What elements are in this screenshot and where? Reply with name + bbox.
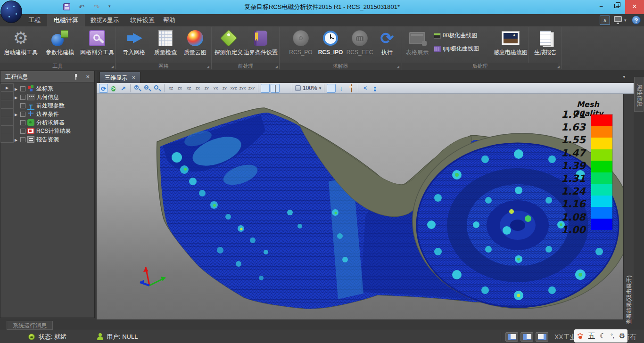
checkbox[interactable] <box>20 112 25 117</box>
ime-settings-gear-icon[interactable]: ⚙ <box>619 329 625 343</box>
undo-icon[interactable]: ↶ <box>76 2 87 12</box>
view-preset-button[interactable]: ZY <box>220 84 229 93</box>
checkbox[interactable] <box>20 137 25 142</box>
display-caret-icon[interactable]: ▾ <box>624 18 627 23</box>
tree-item-geometry-info[interactable]: ▶几何信息 <box>15 93 94 101</box>
view-preset-button[interactable]: XYZ <box>229 84 238 93</box>
view-preset-button[interactable]: YX <box>211 84 220 93</box>
close-button[interactable]: × <box>625 0 644 14</box>
layout-left-button[interactable] <box>505 332 518 342</box>
generate-report-button[interactable]: 生成报告 <box>532 28 559 62</box>
minimize-button[interactable]: − <box>593 0 609 13</box>
ime-moon-icon[interactable]: ☾ <box>600 329 606 343</box>
drop-view-button[interactable]: ↓ <box>337 84 346 93</box>
points-display-button[interactable] <box>281 84 289 93</box>
share-button[interactable]: < <box>361 84 370 93</box>
tree-item-analysis-solver[interactable]: 分析求解器 <box>15 118 94 127</box>
gutter-expander[interactable]: ▶ <box>0 83 14 92</box>
zoom-in-button[interactable]: + <box>133 84 142 93</box>
chevron-down-icon[interactable]: ▾ <box>319 86 322 90</box>
rotate-view-button[interactable]: ⟳ <box>99 84 108 93</box>
results-collapsed-strip[interactable]: 查看结果(双击展开) <box>623 94 634 319</box>
help-button[interactable]: ? <box>632 16 641 24</box>
import-mesh-button[interactable]: 导入网格 <box>118 28 149 62</box>
ime-mode-indicator[interactable]: 五 <box>588 329 595 343</box>
display-icon[interactable] <box>614 16 622 22</box>
dialog-launcher-icon[interactable]: ◢ <box>275 65 278 68</box>
view-preset-button[interactable]: ZXY <box>247 84 256 93</box>
tab-project[interactable]: 工程 <box>22 14 47 26</box>
launch-modeling-tool-button[interactable]: ⚙ 启动建模工具 <box>2 28 40 62</box>
rcs-po-button[interactable]: RCS_PO <box>288 28 314 62</box>
boundary-condition-button[interactable]: 边界条件设置 <box>242 28 279 62</box>
zoom-window-button[interactable]: ▫ <box>153 84 162 93</box>
table-display-button[interactable]: 表格展示 <box>404 28 431 62</box>
view-preset-button[interactable]: XZ <box>166 84 175 93</box>
view-preset-button[interactable]: XZ <box>184 84 193 93</box>
save-icon[interactable] <box>63 3 70 10</box>
zoom-level-control[interactable]: 100% ▾ <box>295 85 321 91</box>
close-view-button[interactable]: × <box>371 84 380 93</box>
tree-item-rcs-results[interactable]: RCS计算结果 <box>15 127 94 135</box>
viewport-3d[interactable] <box>97 94 623 319</box>
induced-current-map-button[interactable]: 感应电磁流图 <box>492 28 529 62</box>
clip-plane-button[interactable] <box>327 84 336 93</box>
quality-cloudmap-button[interactable]: 质量云图 <box>181 28 209 62</box>
expand-icon[interactable]: ▶ <box>15 136 20 145</box>
tab-close-icon[interactable]: × <box>132 74 135 81</box>
refresh-view-button[interactable]: ⟳ <box>109 84 118 93</box>
psi-polar-curve-button[interactable]: ψψ极化曲线图 <box>434 43 490 54</box>
view-preset-button[interactable]: ZX <box>193 84 202 93</box>
ime-toolbar[interactable]: 五 ☾ °, ⚙ <box>574 329 627 343</box>
ribbon-collapse-button[interactable]: ∧ <box>600 16 610 25</box>
theta-polar-curve-button[interactable]: θθ极化曲线图 <box>434 30 490 41</box>
tab-em-compute[interactable]: 电磁计算 <box>47 14 85 26</box>
checkbox[interactable] <box>20 86 25 91</box>
view-preset-button[interactable]: ZYX <box>238 84 247 93</box>
tab-overflow-icon[interactable]: ▾ <box>623 74 625 79</box>
tab-data-display[interactable]: 数据&显示 <box>84 14 126 26</box>
panel-close-icon[interactable]: × <box>86 71 90 82</box>
ime-punctuation-icon[interactable]: °, <box>611 329 614 343</box>
window-capture-button[interactable] <box>347 84 355 93</box>
rcs-ipo-button[interactable]: RCS_IPO <box>317 28 344 62</box>
tab-3d-display[interactable]: 三维显示× <box>99 72 140 83</box>
rcs-eec-button[interactable]: RCS_EEC <box>346 28 373 62</box>
mesh-partition-tool-button[interactable]: 网格剖分工具 <box>79 28 115 62</box>
pin-icon[interactable] <box>74 74 78 80</box>
checkbox[interactable] <box>20 103 25 108</box>
dialog-launcher-icon[interactable]: ◢ <box>557 65 560 68</box>
checkbox[interactable] <box>20 129 25 134</box>
tree-item-report-resources[interactable]: ▶报告资源 <box>15 135 94 144</box>
app-logo[interactable] <box>0 0 22 23</box>
dialog-launcher-icon[interactable]: ◢ <box>397 65 399 68</box>
execute-button[interactable]: ⟳ 执行 <box>376 28 398 62</box>
layout-split-button[interactable] <box>520 332 533 342</box>
layout-right-button[interactable] <box>536 332 548 342</box>
properties-collapsed-tab[interactable]: 属性信息 <box>634 77 644 112</box>
dialog-launcher-icon[interactable]: ◢ <box>207 65 209 68</box>
ime-logo-paw-icon[interactable] <box>577 333 584 339</box>
view-preset-button[interactable]: ZX <box>175 84 184 93</box>
project-panel-header[interactable]: 工程信息 × <box>0 71 94 82</box>
tree-item-boundary-conditions[interactable]: ▶边界条件 <box>15 110 94 118</box>
checkbox[interactable] <box>20 95 25 100</box>
probe-angle-button[interactable]: 探测角定义 <box>213 28 244 62</box>
dialog-launcher-icon[interactable]: ◢ <box>111 65 114 68</box>
smooth-shade-button[interactable] <box>261 84 270 93</box>
tab-settings[interactable]: 软件设置 <box>124 14 161 26</box>
quality-check-button[interactable]: 质量检查 <box>151 28 180 62</box>
view-preset-button[interactable]: ZY <box>202 84 211 93</box>
pan-view-button[interactable]: ↗ <box>119 84 128 93</box>
surface-display-button[interactable] <box>271 84 280 93</box>
system-messages-tab[interactable]: 系统运行消息 <box>7 321 53 330</box>
checkbox[interactable] <box>20 120 25 125</box>
tree-item-coordinate-system[interactable]: ▶坐标系 <box>15 84 94 93</box>
tab-help[interactable]: 帮助 <box>157 14 182 26</box>
restore-button[interactable] <box>609 0 625 13</box>
parametric-modeling-button[interactable]: 参数化建模 <box>41 28 78 62</box>
quick-access-caret-icon[interactable]: ▾ <box>108 4 111 8</box>
tree-item-preprocess-params[interactable]: T前处理参数 <box>15 101 94 110</box>
zoom-out-button[interactable]: − <box>143 84 152 93</box>
redo-icon[interactable]: ↷ <box>91 2 102 12</box>
